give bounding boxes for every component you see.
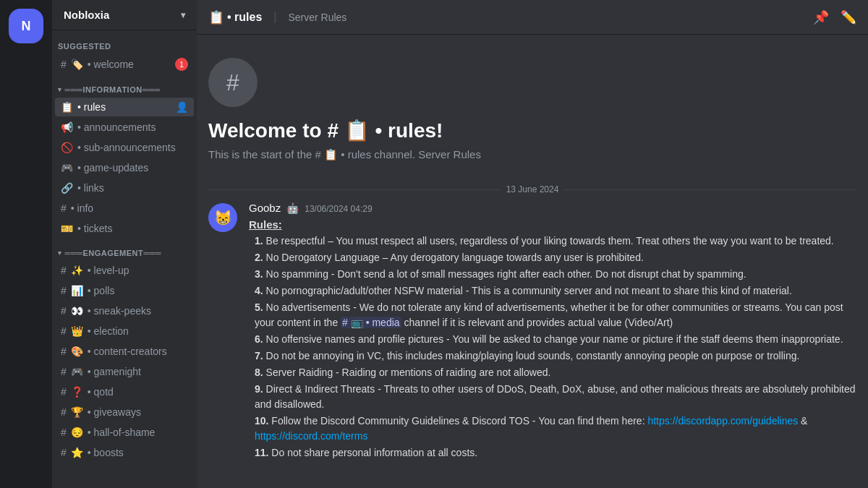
channel-intro-title: Welcome to # 📋 • rules! <box>208 119 856 142</box>
main-content: 📋 • rules | Server Rules 📌 ✏️ # Welcome … <box>197 0 868 488</box>
category-arrow-icon: ▾ <box>58 86 62 93</box>
category-label: ═══INFORMATION═══ <box>65 85 161 94</box>
channel-name-welcome: • welcome <box>88 59 171 70</box>
member-icon: 👤 <box>176 101 188 113</box>
channel-name-polls: • polls <box>88 285 188 296</box>
channel-name-gamenight: • gamenight <box>88 366 188 377</box>
channel-name-election: • election <box>88 325 188 337</box>
list-item: 4. No pornographic/adult/other NSFW mate… <box>255 283 856 299</box>
list-item: 7. Do not be annoying in VC, this includ… <box>255 348 856 364</box>
emoji-level-up: ✨ <box>71 265 83 276</box>
avatar: 😸 <box>208 203 237 232</box>
header-actions: 📌 ✏️ <box>813 9 856 25</box>
channel-name-qotd: • qotd <box>88 386 188 398</box>
channel-item-sub-announcements[interactable]: 🚫 • sub-announcements <box>55 138 194 157</box>
server-initial: N <box>22 19 31 34</box>
channel-icon-giveaways: # <box>61 406 67 418</box>
channel-header-name: • rules <box>227 11 262 24</box>
channel-item-links[interactable]: 🔗 • links <box>55 179 194 197</box>
emoji-sneak-peeks: 👀 <box>71 305 83 317</box>
rules-channel-icon: 📋 <box>208 9 224 25</box>
channel-intro-icon: # <box>208 58 258 107</box>
channel-name-links: • links <box>77 182 188 194</box>
channel-header: 📋 • rules | Server Rules 📌 ✏️ <box>197 0 868 35</box>
channel-name-game-updates: • game-updates <box>77 162 188 174</box>
channel-name-announcements: • announcements <box>77 121 188 133</box>
channel-item-announcements[interactable]: 📢 • announcements <box>55 118 194 137</box>
unread-badge: 1 <box>175 58 188 71</box>
list-item: 6. No offensive names and profile pictur… <box>255 332 856 347</box>
emoji-hall-of-shame: 😔 <box>71 427 83 438</box>
channel-item-rules[interactable]: 📋 • rules 👤 <box>55 98 194 116</box>
channel-icon-sneak-peeks: # <box>61 305 67 317</box>
media-channel-link[interactable]: # 📺 • media <box>341 317 401 328</box>
channel-icon-content-creators: # <box>61 346 67 357</box>
hash-big-icon: # <box>226 69 239 96</box>
channel-header-desc: Server Rules <box>288 12 346 23</box>
channel-icon-boosts: # <box>61 447 67 458</box>
channel-item-sneak-peeks[interactable]: # 👀 • sneak-peeks <box>55 301 194 320</box>
channel-item-welcome[interactable]: # 🏷️ • welcome 1 <box>55 54 194 74</box>
channel-icon-tickets: 🎫 <box>61 223 73 234</box>
channel-icon-announcements: 📢 <box>61 121 73 133</box>
message-timestamp: 13/06/2024 04:29 <box>305 204 372 214</box>
channel-icon-hall-of-shame: # <box>61 427 67 438</box>
channel-name-sub-announcements: • sub-announcements <box>77 142 188 153</box>
channel-icon-rules: 📋 <box>61 101 73 113</box>
channel-item-hall-of-shame[interactable]: # 😔 • hall-of-shame <box>55 423 194 442</box>
channel-sidebar: Nobloxia ▾ SUGGESTED # 🏷️ • welcome 1 ▾ … <box>52 0 197 488</box>
channel-icon-game-updates: 🎮 <box>61 162 73 174</box>
welcome-emoji: 🏷️ <box>71 59 83 70</box>
emoji-gamenight: 🎮 <box>71 366 83 377</box>
server-name: Nobloxia <box>64 9 109 21</box>
list-item: 2. No Derogatory Language – Any derogato… <box>255 250 856 265</box>
suggested-label: SUGGESTED <box>52 30 197 53</box>
message-header: Goobz 🤖 13/06/2024 04:29 <box>249 202 856 214</box>
messages-area[interactable]: # Welcome to # 📋 • rules! This is the st… <box>197 35 868 488</box>
channel-item-level-up[interactable]: # ✨ • level-up <box>55 261 194 280</box>
server-icon[interactable]: N <box>9 9 43 43</box>
channel-name-boosts: • boosts <box>88 447 188 458</box>
chevron-down-icon: ▾ <box>181 10 185 20</box>
emoji-giveaways: 🏆 <box>71 406 83 418</box>
channel-name-content-creators: • content-creators <box>88 346 188 357</box>
category-engagement-label: ═══ENGAGEMENT═══ <box>65 249 162 257</box>
pin-icon[interactable]: 📌 <box>813 9 829 25</box>
avatar-emoji: 😸 <box>214 209 232 226</box>
category-information[interactable]: ▾ ═══INFORMATION═══ <box>52 75 197 97</box>
channel-item-info[interactable]: # • info <box>55 199 194 218</box>
server-sidebar: N <box>0 0 52 488</box>
date-divider-text: 13 June 2024 <box>506 184 559 194</box>
channel-name-rules: • rules <box>77 101 171 113</box>
list-item: 5. No advertisements - We do not tolerat… <box>255 300 856 330</box>
category-engagement[interactable]: ▾ ═══ENGAGEMENT═══ <box>52 239 197 260</box>
channel-item-content-creators[interactable]: # 🎨 • content-creators <box>55 342 194 361</box>
message-author: Goobz <box>249 202 281 214</box>
channel-item-giveaways[interactable]: # 🏆 • giveaways <box>55 403 194 421</box>
terms-link[interactable]: https://discord.com/terms <box>255 430 367 442</box>
message-author-badge: 🤖 <box>286 202 299 214</box>
channel-item-game-updates[interactable]: 🎮 • game-updates <box>55 158 194 177</box>
channel-icon-gamenight: # <box>61 366 67 377</box>
hash-icon: # <box>61 59 67 70</box>
guidelines-link[interactable]: https://discordapp.com/guidelines <box>647 415 798 427</box>
channel-item-tickets[interactable]: 🎫 • tickets <box>55 219 194 238</box>
message-content: Goobz 🤖 13/06/2024 04:29 Rules: 1. Be re… <box>249 202 856 462</box>
emoji-boosts: ⭐ <box>71 447 83 458</box>
emoji-polls: 📊 <box>71 285 83 296</box>
date-divider: 13 June 2024 <box>197 179 868 200</box>
server-header[interactable]: Nobloxia ▾ <box>52 0 197 30</box>
app-container: N Nobloxia ▾ SUGGESTED # 🏷️ • welcome 1 … <box>0 0 868 488</box>
list-item: 8. Server Raiding - Raiding or mentions … <box>255 365 856 380</box>
list-item: 11. Do not share personal information at… <box>255 445 856 461</box>
channel-item-gamenight[interactable]: # 🎮 • gamenight <box>55 362 194 381</box>
channel-item-polls[interactable]: # 📊 • polls <box>55 281 194 300</box>
channel-item-boosts[interactable]: # ⭐ • boosts <box>55 443 194 462</box>
channel-item-qotd[interactable]: # ❓ • qotd <box>55 382 194 401</box>
emoji-qotd: ❓ <box>71 386 83 398</box>
channel-item-election[interactable]: # 👑 • election <box>55 322 194 341</box>
list-item: 9. Direct & Indirect Threats - Threats t… <box>255 382 856 412</box>
edit-icon[interactable]: ✏️ <box>841 9 856 25</box>
channel-name-giveaways: • giveaways <box>88 406 188 418</box>
channel-intro: # Welcome to # 📋 • rules! This is the st… <box>197 46 868 179</box>
